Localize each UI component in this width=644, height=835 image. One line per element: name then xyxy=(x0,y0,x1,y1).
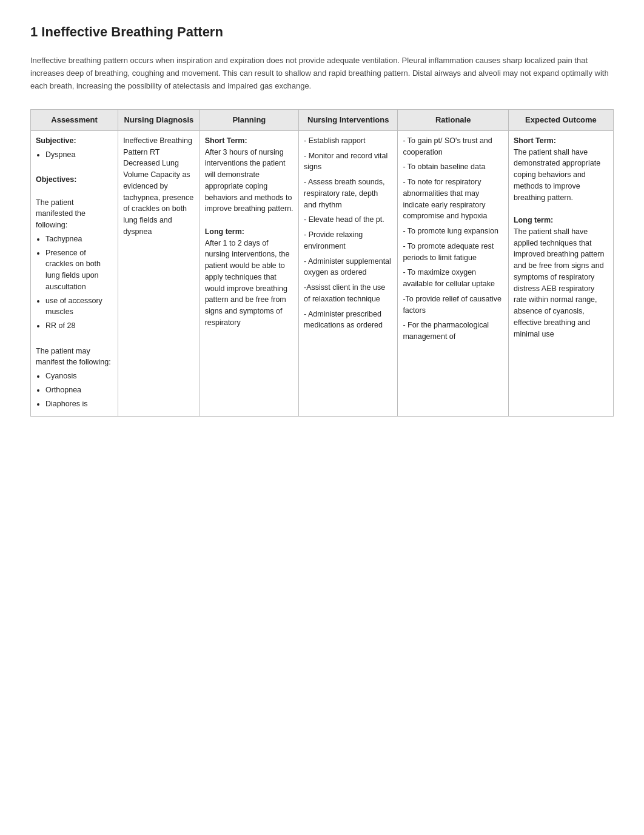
long-term-label: Long term: xyxy=(205,226,293,238)
header-diagnosis: Nursing Diagnosis xyxy=(118,110,200,131)
list-item: Presence of crackles on both lung fields… xyxy=(45,247,113,293)
rationale-item: - To promote lung expansion xyxy=(403,226,503,237)
outcome-cell: Short Term: The patient shall have demon… xyxy=(508,130,613,417)
outcome-long-term-label: Long term: xyxy=(514,215,608,226)
list-item: Tachypnea xyxy=(45,233,113,245)
page-title: 1 Ineffective Breathing Pattern xyxy=(30,24,614,40)
assessment-cell: Subjective: Dyspnea Objectives: The pati… xyxy=(31,130,118,417)
intervention-item: - Administer supplemental oxygen as orde… xyxy=(304,256,392,279)
short-term-label: Short Term: xyxy=(205,135,293,147)
rationale-item: - To obtain baseline data xyxy=(403,161,503,173)
rationale-item: -To provide relief of causative factors xyxy=(403,293,503,317)
diagnosis-text: Ineffective Breathing Pattern RT Decreas… xyxy=(123,135,195,238)
subjective-list: Dyspnea xyxy=(36,149,113,161)
interventions-list: - Establish rapport - Monitor and record… xyxy=(304,135,392,331)
rationale-cell: - To gain pt/ SO's trust and cooperation… xyxy=(398,130,509,417)
nursing-table: Assessment Nursing Diagnosis Planning Nu… xyxy=(30,109,614,417)
intervention-item: - Monitor and record vital signs xyxy=(304,150,392,173)
intervention-item: - Establish rapport xyxy=(304,135,392,147)
intervention-item: - Elevate head of the pt. xyxy=(304,214,392,226)
list-item: Diaphores is xyxy=(45,398,113,410)
objectives-label: Objectives: xyxy=(36,174,113,186)
header-planning: Planning xyxy=(200,110,298,131)
outcome-short-term-label: Short Term: xyxy=(514,135,608,147)
list-item: Cyanosis xyxy=(45,371,113,382)
intervention-item: -Assisst client in the use of relaxation… xyxy=(304,282,392,305)
manifest-intro: The patient may manifest the following: xyxy=(36,346,113,369)
rationale-item: - To note for respiratory abnormalities … xyxy=(403,176,503,222)
interventions-cell: - Establish rapport - Monitor and record… xyxy=(299,130,398,417)
list-item: Dyspnea xyxy=(45,149,113,161)
intervention-item: - Provide relaxing environment xyxy=(304,229,392,252)
diagnosis-cell: Ineffective Breathing Pattern RT Decreas… xyxy=(118,130,200,417)
rationale-list: - To gain pt/ SO's trust and cooperation… xyxy=(403,135,503,343)
long-term-text: After 1 to 2 days of nursing interventio… xyxy=(205,238,293,329)
header-outcome: Expected Outcome xyxy=(508,110,613,131)
objectives-intro: The patient manifested the following: xyxy=(36,197,113,231)
header-assessment: Assessment xyxy=(31,110,118,131)
intervention-item: - Administer prescribed medications as o… xyxy=(304,309,392,332)
short-term-text: After 3 hours of nursing interventions t… xyxy=(205,147,293,215)
subjective-label: Subjective: xyxy=(36,135,113,147)
manifest-list: Cyanosis Orthopnea Diaphores is xyxy=(36,371,113,409)
header-interventions: Nursing Interventions xyxy=(299,110,398,131)
planning-cell: Short Term: After 3 hours of nursing int… xyxy=(200,130,298,417)
rationale-item: - To gain pt/ SO's trust and cooperation xyxy=(403,135,503,158)
objectives-list: Tachypnea Presence of crackles on both l… xyxy=(36,233,113,332)
outcome-long-term-text: The patient shall have applied technique… xyxy=(514,226,608,340)
intervention-item: - Assess breath sounds, respiratory rate… xyxy=(304,176,392,210)
outcome-short-term-text: The patient shall have demonstrated appr… xyxy=(514,147,608,204)
header-rationale: Rationale xyxy=(398,110,509,131)
rationale-item: - To maximize oxygen available for cellu… xyxy=(403,267,503,290)
intro-text: Ineffective breathing pattern occurs whe… xyxy=(30,55,614,92)
rationale-item: - To promote adequate rest periods to li… xyxy=(403,241,503,264)
list-item: Orthopnea xyxy=(45,384,113,396)
rationale-item: - For the pharmacological management of xyxy=(403,320,503,343)
list-item: RR of 28 xyxy=(45,320,113,332)
list-item: use of accessory muscles xyxy=(45,295,113,318)
